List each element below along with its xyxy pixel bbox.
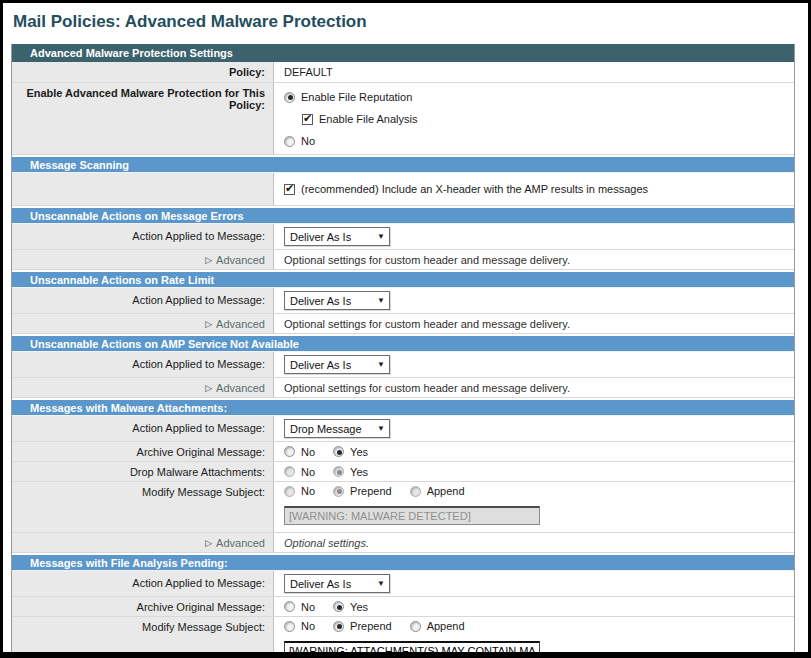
malware-advanced-link[interactable]: ▷ Advanced [205, 537, 265, 549]
action-select-cell: Deliver As Is ▼ [274, 224, 794, 249]
modify-no-label: No [301, 485, 315, 497]
pending-modify-prepend-radio[interactable] [333, 621, 344, 632]
page-title: Mail Policies: Advanced Malware Protecti… [3, 3, 808, 43]
pending-archive-no-radio[interactable] [284, 601, 295, 612]
advanced-note: Optional settings for custom header and … [284, 254, 570, 266]
modify-append-radio[interactable] [410, 486, 421, 497]
advanced-note: Optional settings for custom header and … [284, 382, 570, 394]
section-header-unscannable-message-errors: Unscannable Actions on Message Errors [12, 206, 794, 224]
pending-archive-yes-radio[interactable] [333, 601, 344, 612]
caret-down-icon: ▼ [377, 579, 385, 588]
archive-no-radio[interactable] [284, 446, 295, 457]
advanced-note: Optional settings for custom header and … [284, 318, 570, 330]
policy-value: DEFAULT [284, 66, 333, 78]
message-errors-advanced-link[interactable]: ▷ Advanced [205, 254, 265, 266]
amp-service-advanced-link[interactable]: ▷ Advanced [205, 382, 265, 394]
modify-prepend-option: Prepend [333, 485, 392, 497]
archive-no-option: No [284, 446, 315, 458]
enable-amp-label-cell: Enable Advanced Malware Protection for T… [12, 83, 274, 154]
amp-service-advanced-row: ▷ Advanced Optional settings for custom … [12, 378, 794, 398]
action-select-cell: Deliver As Is ▼ [274, 288, 794, 313]
section-header-amp-settings: Advanced Malware Protection Settings [12, 44, 794, 62]
modify-append-option: Append [410, 620, 465, 632]
advanced-note-cell: Optional settings for custom header and … [274, 314, 794, 333]
advanced-note-cell: Optional settings for custom header and … [274, 378, 794, 397]
modify-no-option: No [284, 620, 315, 632]
action-select-cell: Drop Message ▼ [274, 416, 794, 441]
action-select-cell: Deliver As Is ▼ [274, 352, 794, 377]
message-errors-action-select[interactable]: Deliver As Is ▼ [284, 227, 390, 246]
modify-append-label: Append [427, 485, 465, 497]
section-header-unscannable-rate-limit: Unscannable Actions on Rate Limit [12, 270, 794, 288]
file-analysis-label: Enable File Analysis [319, 113, 417, 125]
caret-down-icon: ▼ [377, 296, 385, 305]
pending-subject-input[interactable] [284, 641, 540, 658]
drop-yes-radio[interactable] [333, 466, 344, 477]
caret-down-icon: ▼ [377, 232, 385, 241]
amp-service-action-select[interactable]: Deliver As Is ▼ [284, 355, 390, 374]
archive-no-label: No [301, 446, 315, 458]
advanced-label: Advanced [216, 382, 265, 394]
xheader-label: (recommended) Include an X-header with t… [301, 183, 648, 195]
enable-amp-label: Enable Advanced Malware Protection for T… [26, 87, 265, 111]
rate-limit-action-select[interactable]: Deliver As Is ▼ [284, 291, 390, 310]
xheader-option: (recommended) Include an X-header with t… [284, 183, 648, 195]
pending-modify-append-radio[interactable] [410, 621, 421, 632]
malware-action-select[interactable]: Drop Message ▼ [284, 419, 390, 438]
advanced-link-cell: ▷ Advanced [12, 378, 274, 397]
modify-prepend-radio[interactable] [333, 486, 344, 497]
action-label: Action Applied to Message: [132, 577, 265, 589]
action-select-cell: Deliver As Is ▼ [274, 571, 794, 596]
pending-action-select[interactable]: Deliver As Is ▼ [284, 574, 390, 593]
triangle-right-icon: ▷ [205, 319, 212, 329]
no-radio[interactable] [284, 136, 295, 147]
selected-action: Deliver As Is [290, 231, 351, 243]
drop-label-cell: Drop Malware Attachments: [12, 462, 274, 481]
archive-yes-radio[interactable] [333, 446, 344, 457]
caret-down-icon: ▼ [377, 360, 385, 369]
policy-value-cell: DEFAULT [274, 62, 794, 82]
section-header-message-scanning: Message Scanning [12, 155, 794, 173]
pending-archive-row: Archive Original Message: No Yes [12, 597, 794, 617]
no-label: No [301, 135, 315, 147]
archive-yes-label: Yes [350, 446, 368, 458]
file-reputation-radio[interactable] [284, 92, 295, 103]
archive-label-cell: Archive Original Message: [12, 597, 274, 616]
malware-archive-row: Archive Original Message: No Yes [12, 442, 794, 462]
modify-no-radio[interactable] [284, 486, 295, 497]
section-header-unscannable-amp-service: Unscannable Actions on AMP Service Not A… [12, 334, 794, 352]
malware-action-row: Action Applied to Message: Drop Message … [12, 416, 794, 442]
pending-modify-no-radio[interactable] [284, 621, 295, 632]
archive-options-cell: No Yes [274, 597, 794, 616]
action-label: Action Applied to Message: [132, 294, 265, 306]
section-header-file-analysis-pending: Messages with File Analysis Pending: [12, 553, 794, 571]
selected-action: Deliver As Is [290, 359, 351, 371]
file-reputation-label: Enable File Reputation [301, 91, 412, 103]
message-errors-action-row: Action Applied to Message: Deliver As Is… [12, 224, 794, 250]
action-label-cell: Action Applied to Message: [12, 571, 274, 596]
amp-service-action-row: Action Applied to Message: Deliver As Is… [12, 352, 794, 378]
action-label-cell: Action Applied to Message: [12, 352, 274, 377]
modify-append-option: Append [410, 485, 465, 497]
amp-settings-table: Advanced Malware Protection Settings Pol… [11, 44, 795, 658]
rate-limit-advanced-link[interactable]: ▷ Advanced [205, 318, 265, 330]
action-label: Action Applied to Message: [132, 358, 265, 370]
policy-label-cell: Policy: [12, 62, 274, 82]
modify-subject-label: Modify Message Subject: [142, 486, 265, 498]
pending-modify-subject-row: Modify Message Subject: No Prepend Appen… [12, 617, 794, 658]
archive-label-cell: Archive Original Message: [12, 442, 274, 461]
action-label: Action Applied to Message: [132, 422, 265, 434]
triangle-right-icon: ▷ [205, 538, 212, 548]
archive-label: Archive Original Message: [137, 601, 265, 613]
selected-action: Drop Message [290, 423, 362, 435]
advanced-note-cell: Optional settings. [274, 533, 794, 552]
drop-label: Drop Malware Attachments: [130, 466, 265, 478]
modify-append-label: Append [427, 620, 465, 632]
xheader-checkbox[interactable] [284, 184, 295, 195]
archive-no-option: No [284, 601, 315, 613]
file-reputation-option: Enable File Reputation [284, 91, 412, 103]
pending-action-row: Action Applied to Message: Deliver As Is… [12, 571, 794, 597]
file-analysis-checkbox[interactable] [302, 114, 313, 125]
drop-no-radio[interactable] [284, 466, 295, 477]
malware-subject-input[interactable] [284, 506, 540, 525]
